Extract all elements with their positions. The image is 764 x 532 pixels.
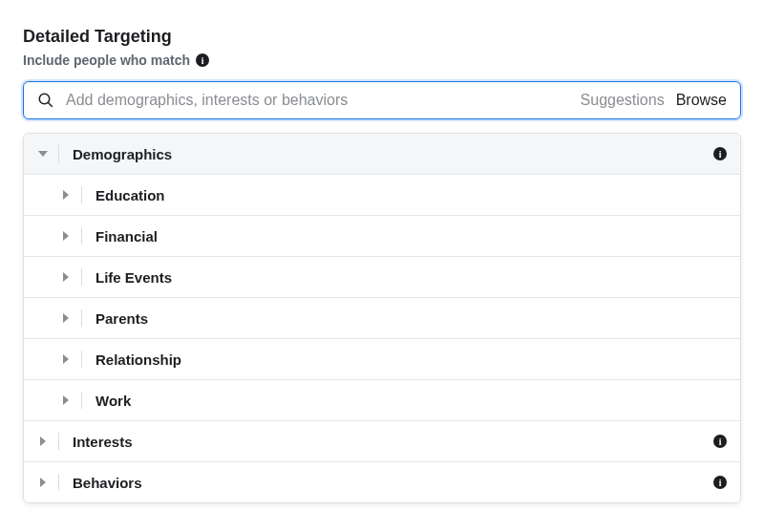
subtitle-text: Include people who match [23, 53, 190, 68]
subcategory-education[interactable]: Education [24, 175, 740, 216]
divider [58, 145, 59, 162]
subcategory-label: Life Events [96, 269, 172, 286]
svg-line-3 [48, 102, 53, 107]
category-label: Behaviors [73, 475, 713, 491]
svg-text:i: i [719, 436, 722, 447]
subcategory-label: Financial [96, 228, 158, 245]
divider [81, 268, 82, 286]
chevron-right-icon [37, 478, 49, 487]
svg-marker-4 [38, 151, 48, 157]
chevron-right-icon [60, 313, 72, 323]
divider [81, 227, 82, 245]
chevron-right-icon [60, 395, 72, 405]
divider [81, 186, 82, 203]
subcategory-label: Work [96, 393, 131, 409]
category-label: Interests [73, 434, 713, 450]
svg-marker-7 [63, 190, 69, 200]
svg-marker-8 [63, 231, 69, 241]
suggestions-link[interactable]: Suggestions [581, 92, 665, 109]
chevron-right-icon [60, 231, 72, 241]
info-icon[interactable]: i [713, 435, 727, 448]
subcategory-parents[interactable]: Parents [24, 298, 740, 339]
category-interests[interactable]: Interests i [24, 421, 740, 462]
chevron-right-icon [60, 190, 72, 200]
chevron-right-icon [60, 272, 72, 282]
subcategory-work[interactable]: Work [24, 380, 740, 421]
divider [58, 474, 59, 491]
info-icon[interactable]: i [713, 476, 727, 489]
subcategory-financial[interactable]: Financial [24, 216, 740, 257]
svg-marker-12 [63, 395, 69, 405]
subcategory-label: Relationship [96, 351, 181, 368]
divider [58, 433, 59, 450]
targeting-dropdown: Demographics i Education Financial Life … [23, 133, 741, 503]
subcategory-life-events[interactable]: Life Events [24, 257, 740, 298]
svg-text:i: i [719, 149, 722, 160]
subcategory-label: Education [96, 187, 165, 203]
browse-link[interactable]: Browse [676, 92, 727, 109]
category-behaviors[interactable]: Behaviors i [24, 462, 740, 502]
svg-text:i: i [202, 55, 204, 66]
svg-marker-11 [63, 354, 69, 364]
subtitle-row: Include people who match i [23, 53, 741, 68]
category-label: Demographics [73, 146, 713, 162]
svg-text:i: i [719, 478, 722, 488]
svg-marker-13 [40, 436, 46, 446]
divider [81, 392, 82, 409]
search-input[interactable] [66, 92, 569, 109]
svg-marker-16 [40, 478, 46, 487]
divider [81, 309, 82, 327]
info-icon[interactable]: i [196, 53, 209, 67]
divider [81, 351, 82, 368]
search-icon [37, 92, 54, 109]
search-box[interactable]: Suggestions Browse [23, 81, 741, 119]
subcategory-label: Parents [96, 310, 148, 327]
subcategory-relationship[interactable]: Relationship [24, 339, 740, 380]
section-title: Detailed Targeting [23, 27, 741, 47]
svg-marker-10 [63, 313, 69, 323]
chevron-right-icon [37, 436, 49, 446]
svg-marker-9 [63, 272, 69, 282]
info-icon[interactable]: i [713, 147, 727, 160]
svg-point-2 [39, 94, 50, 104]
category-demographics[interactable]: Demographics i [24, 134, 740, 175]
chevron-down-icon [37, 151, 49, 157]
chevron-right-icon [60, 354, 72, 364]
